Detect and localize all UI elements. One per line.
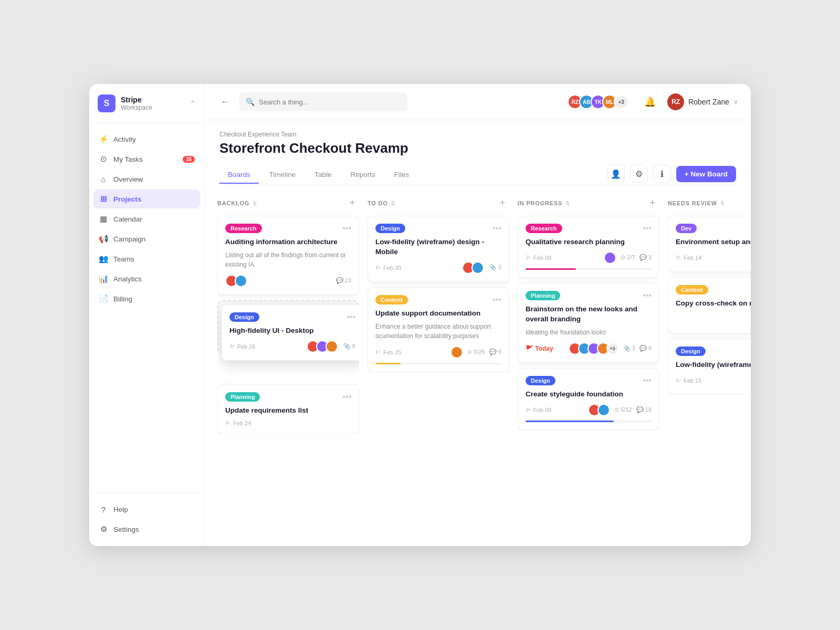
card-menu-icon[interactable]: ••• xyxy=(342,224,351,233)
card-avatar xyxy=(326,340,338,353)
card-tag: Planning xyxy=(526,291,560,300)
sidebar-item-overview[interactable]: ⌂ Overview xyxy=(93,170,200,188)
sidebar-item-projects[interactable]: ⊞ Projects xyxy=(93,190,200,208)
card-footer xyxy=(676,313,751,326)
card-high-fidelity[interactable]: Design ••• High-fidelity UI - Desktop 🏳 … xyxy=(222,304,359,361)
card-copy-crosscheck[interactable]: Content ••• Copy cross-check on m... xyxy=(668,277,751,333)
tab-timeline[interactable]: Timeline xyxy=(261,166,304,184)
card-qualitative-research[interactable]: Research ••• Qualitative research planni… xyxy=(518,216,659,278)
activity-icon: ⚡ xyxy=(99,134,108,144)
add-card-todo-button[interactable]: + xyxy=(496,196,509,209)
sidebar-item-label: Calendar xyxy=(113,215,142,223)
workspace-chevron-icon[interactable]: ⌃ xyxy=(190,99,196,108)
project-tabs: Boards Timeline Table Reports Files 👤 ⚙ … xyxy=(219,165,736,185)
column-count-inprogress: 5 xyxy=(564,200,569,206)
sidebar-item-settings[interactable]: ⚙ Settings xyxy=(93,520,200,539)
add-card-backlog-button[interactable]: + xyxy=(345,196,359,209)
sidebar-item-campaign[interactable]: 📢 Campaign xyxy=(93,229,200,248)
card-update-support[interactable]: Content ••• Update support documentation… xyxy=(368,287,509,372)
board-settings-button[interactable]: ⚙ xyxy=(630,165,648,183)
sidebar-item-label: Help xyxy=(113,506,128,513)
card-avatars xyxy=(307,340,338,353)
cards-list-inprogress: Research ••• Qualitative research planni… xyxy=(518,216,659,430)
card-avatars xyxy=(225,275,247,287)
card-avatar xyxy=(597,404,610,416)
card-attachments: 📎 3 xyxy=(489,264,501,271)
card-tag: Design xyxy=(676,346,706,356)
card-meta: 💬 23 xyxy=(336,277,351,284)
card-footer: 🚩 Today +3 📎 3 💬 9 xyxy=(526,342,652,355)
sidebar-item-label: Analytics xyxy=(113,275,142,283)
project-title: Storefront Checkout Revamp xyxy=(219,140,736,156)
manage-members-button[interactable]: 👤 xyxy=(607,165,625,183)
card-title: Copy cross-check on m... xyxy=(676,299,751,309)
back-button[interactable]: ← xyxy=(217,94,233,110)
card-brainstorm-branding[interactable]: Planning ••• Brainstorm on the new looks… xyxy=(518,283,659,363)
card-footer: 🏳 Feb 24 xyxy=(225,420,351,426)
card-lowfidelity-desktop[interactable]: Design ••• Low-fidelity (wireframe) Desk… xyxy=(668,339,751,395)
card-comments: 💬 23 xyxy=(336,277,351,284)
card-tag: Planning xyxy=(225,392,260,402)
search-bar: 🔍 xyxy=(239,92,407,111)
card-attachments: 📎 6 xyxy=(343,343,355,350)
billing-icon: 📄 xyxy=(99,294,108,303)
card-menu-icon[interactable]: ••• xyxy=(643,376,652,385)
card-avatars xyxy=(588,404,610,416)
card-create-styleguide[interactable]: Design ••• Create styleguide foundation … xyxy=(518,368,659,430)
card-menu-icon[interactable]: ••• xyxy=(492,295,501,304)
project-members-avatars: RZ AB TK ML +3 xyxy=(568,94,628,109)
search-input[interactable] xyxy=(259,98,401,106)
card-tag: Research xyxy=(526,224,562,233)
overview-icon: ⌂ xyxy=(99,174,108,184)
column-count-backlog: 5 xyxy=(251,200,256,206)
board-info-button[interactable]: ℹ xyxy=(653,165,671,183)
card-comments: 💬 18 xyxy=(636,406,652,413)
sidebar: S Stripe Workspace ⌃ ⚡ Activity ⊙ My Tas… xyxy=(89,84,205,546)
column-header-needsreview: NEEDS REVIEW 5 + xyxy=(668,196,751,209)
new-board-button[interactable]: + New Board xyxy=(676,166,736,182)
card-tag: Design xyxy=(229,312,259,322)
sidebar-item-teams[interactable]: 👥 Teams xyxy=(93,249,200,268)
sidebar-item-billing[interactable]: 📄 Billing xyxy=(93,289,200,308)
tabs-right: 👤 ⚙ ℹ + New Board xyxy=(607,165,736,183)
card-avatar xyxy=(450,346,463,359)
card-tag: Content xyxy=(676,285,708,295)
card-menu-icon[interactable]: ••• xyxy=(643,291,652,300)
sidebar-item-calendar[interactable]: ▦ Calendar xyxy=(93,209,200,228)
card-title: Low-fidelity (wireframe) design - Mobile xyxy=(375,237,501,257)
user-menu[interactable]: RZ Robert Zane ∨ xyxy=(667,93,738,110)
card-avatar-more: +3 xyxy=(606,342,619,355)
card-menu-icon[interactable]: ••• xyxy=(643,224,652,233)
card-footer: 💬 23 xyxy=(225,275,351,287)
card-menu-icon[interactable]: ••• xyxy=(492,224,501,233)
projects-icon: ⊞ xyxy=(99,194,108,204)
card-env-setup[interactable]: Dev ••• Environment setup and choosing 🏳… xyxy=(668,216,751,272)
card-desc: Enhance a better guidance about support … xyxy=(375,322,501,341)
sidebar-item-my-tasks[interactable]: ⊙ My Tasks 35 xyxy=(93,150,200,169)
sidebar-item-analytics[interactable]: 📊 Analytics xyxy=(93,269,200,288)
card-top: Design ••• xyxy=(229,312,355,322)
card-menu-icon[interactable]: ••• xyxy=(342,392,351,402)
card-footer: 🏳 Feb 25 ⊙ 0/26 💬 9 xyxy=(375,346,501,359)
column-todo: TO DO 5 + Design ••• Low-fidelity (wiref… xyxy=(368,196,509,536)
card-title: Low-fidelity (wireframe) Desktop xyxy=(676,360,751,370)
card-lowfidelity-mobile[interactable]: Design ••• Low-fidelity (wireframe) desi… xyxy=(368,216,509,282)
analytics-icon: 📊 xyxy=(99,274,108,284)
notifications-button[interactable]: 🔔 xyxy=(641,93,659,111)
tab-boards[interactable]: Boards xyxy=(219,166,259,184)
workspace-name: Stripe xyxy=(121,96,190,104)
tab-reports[interactable]: Reports xyxy=(342,166,384,184)
tab-files[interactable]: Files xyxy=(386,166,418,184)
card-update-requirements[interactable]: Planning ••• Update requirements list 🏳 … xyxy=(217,384,359,434)
sidebar-item-activity[interactable]: ⚡ Activity xyxy=(93,130,200,149)
card-footer: 🏳 Feb 26 📎 6 xyxy=(229,340,355,353)
card-menu-icon[interactable]: ••• xyxy=(346,312,355,322)
card-top: Design ••• xyxy=(676,346,751,356)
card-date: 🏳 Feb 14 xyxy=(676,255,701,261)
card-auditing[interactable]: Research ••• Auditing information archit… xyxy=(217,216,359,295)
add-card-inprogress-button[interactable]: + xyxy=(646,196,659,209)
tab-table[interactable]: Table xyxy=(306,166,340,184)
sidebar-item-help[interactable]: ? Help xyxy=(93,500,200,519)
column-backlog: BACKLOG 5 + Research ••• Auditing inform… xyxy=(217,196,359,536)
card-title: Update requirements list xyxy=(225,406,351,416)
